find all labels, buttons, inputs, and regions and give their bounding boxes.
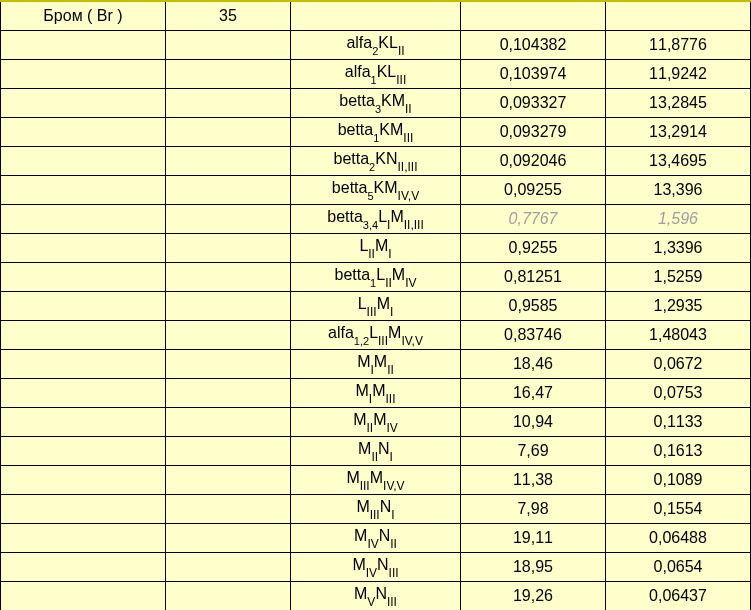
line-label-cell: MIINI xyxy=(291,437,461,466)
empty-cell xyxy=(166,60,291,89)
value1-cell: 7,69 xyxy=(461,437,606,466)
spreadsheet-table: Бром ( Br ) 35 alfa2KLII0,10438211,8776a… xyxy=(0,0,751,610)
table-row: alfa1KLIII0,10397411,9242 xyxy=(1,60,751,89)
empty-cell xyxy=(1,321,166,350)
empty-cell xyxy=(166,176,291,205)
empty-cell xyxy=(166,466,291,495)
table-row: MIIMIV10,940,1133 xyxy=(1,408,751,437)
value2-cell: 13,2914 xyxy=(606,118,751,147)
value1-cell: 0,092046 xyxy=(461,147,606,176)
empty-cell xyxy=(166,495,291,524)
value1-cell: 11,38 xyxy=(461,466,606,495)
table-row: MIMIII16,470,0753 xyxy=(1,379,751,408)
empty-cell xyxy=(166,321,291,350)
empty-cell xyxy=(166,118,291,147)
empty-cell xyxy=(1,379,166,408)
data-table: Бром ( Br ) 35 alfa2KLII0,10438211,8776a… xyxy=(0,0,751,610)
empty-cell xyxy=(1,118,166,147)
line-label-cell: MIVNIII xyxy=(291,553,461,582)
empty-cell xyxy=(166,205,291,234)
empty-cell xyxy=(166,147,291,176)
line-label-cell: MVNIII xyxy=(291,582,461,611)
value1-cell: 0,9255 xyxy=(461,234,606,263)
table-header-row: Бром ( Br ) 35 xyxy=(1,1,751,31)
empty-cell xyxy=(1,553,166,582)
value1-cell: 7,98 xyxy=(461,495,606,524)
value1-cell: 0,83746 xyxy=(461,321,606,350)
value1-cell: 16,47 xyxy=(461,379,606,408)
value2-cell: 0,1133 xyxy=(606,408,751,437)
empty-cell xyxy=(166,582,291,611)
line-label-cell: betta1LIIMIV xyxy=(291,263,461,292)
element-name-cell: Бром ( Br ) xyxy=(1,1,166,31)
value1-cell: 18,46 xyxy=(461,350,606,379)
empty-cell xyxy=(1,176,166,205)
empty-cell xyxy=(1,350,166,379)
empty-cell xyxy=(166,263,291,292)
value1-cell: 0,09255 xyxy=(461,176,606,205)
atomic-number-cell: 35 xyxy=(166,1,291,31)
line-label-cell: alfa1,2LIIIMIV,V xyxy=(291,321,461,350)
empty-cell xyxy=(166,89,291,118)
empty-cell xyxy=(1,582,166,611)
value1-cell: 0,7767 xyxy=(461,205,606,234)
value2-cell: 0,1613 xyxy=(606,437,751,466)
empty-cell xyxy=(1,147,166,176)
value1-cell: 0,103974 xyxy=(461,60,606,89)
table-row: betta3,4LIMII,III0,77671,596 xyxy=(1,205,751,234)
value2-cell: 1,596 xyxy=(606,205,751,234)
line-label-cell: MIMII xyxy=(291,350,461,379)
empty-cell xyxy=(1,495,166,524)
table-row: MIVNIII18,950,0654 xyxy=(1,553,751,582)
line-label-cell: betta3KMII xyxy=(291,89,461,118)
table-row: MIVNII19,110,06488 xyxy=(1,524,751,553)
value1-cell: 0,9585 xyxy=(461,292,606,321)
value2-cell: 0,0654 xyxy=(606,553,751,582)
empty-cell xyxy=(1,408,166,437)
empty-cell xyxy=(166,553,291,582)
value2-cell: 13,2845 xyxy=(606,89,751,118)
value1-cell: 0,81251 xyxy=(461,263,606,292)
empty-cell xyxy=(1,466,166,495)
value2-cell: 13,4695 xyxy=(606,147,751,176)
value2-cell: 0,1554 xyxy=(606,495,751,524)
empty-cell xyxy=(1,524,166,553)
empty-cell xyxy=(1,60,166,89)
line-label-cell: betta1KMIII xyxy=(291,118,461,147)
line-label-cell: LIIMI xyxy=(291,234,461,263)
table-row: betta2KNII,III0,09204613,4695 xyxy=(1,147,751,176)
empty-cell xyxy=(166,31,291,60)
value1-cell: 0,093327 xyxy=(461,89,606,118)
value2-cell: 0,1089 xyxy=(606,466,751,495)
value2-cell: 11,9242 xyxy=(606,60,751,89)
table-row: LIIIMI0,95851,2935 xyxy=(1,292,751,321)
line-label-cell: MIMIII xyxy=(291,379,461,408)
value1-cell: 0,093279 xyxy=(461,118,606,147)
value1-cell: 18,95 xyxy=(461,553,606,582)
value2-cell: 1,48043 xyxy=(606,321,751,350)
line-label-cell: betta3,4LIMII,III xyxy=(291,205,461,234)
table-row: alfa1,2LIIIMIV,V0,837461,48043 xyxy=(1,321,751,350)
line-label-cell: alfa1KLIII xyxy=(291,60,461,89)
empty-cell xyxy=(166,524,291,553)
empty-cell xyxy=(1,292,166,321)
value2-cell: 11,8776 xyxy=(606,31,751,60)
value1-cell: 0,104382 xyxy=(461,31,606,60)
table-row: betta1LIIMIV0,812511,5259 xyxy=(1,263,751,292)
value2-cell: 1,2935 xyxy=(606,292,751,321)
table-row: MIMII18,460,0672 xyxy=(1,350,751,379)
line-label-cell: MIIIMIV,V xyxy=(291,466,461,495)
empty-cell xyxy=(1,234,166,263)
table-row: betta3KMII0,09332713,2845 xyxy=(1,89,751,118)
value2-cell: 0,0753 xyxy=(606,379,751,408)
empty-cell xyxy=(166,437,291,466)
line-label-cell: betta5KMIV,V xyxy=(291,176,461,205)
value2-cell: 1,5259 xyxy=(606,263,751,292)
empty-cell xyxy=(166,350,291,379)
line-label-cell: MIIINI xyxy=(291,495,461,524)
empty-cell xyxy=(1,89,166,118)
empty-cell xyxy=(166,408,291,437)
empty-cell xyxy=(291,1,461,31)
table-row: MIIIMIV,V11,380,1089 xyxy=(1,466,751,495)
line-label-cell: betta2KNII,III xyxy=(291,147,461,176)
